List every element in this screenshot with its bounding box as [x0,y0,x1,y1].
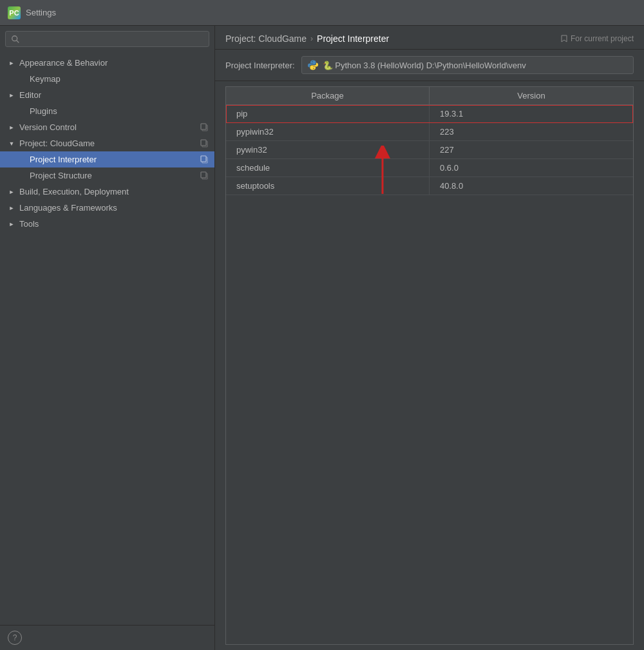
spacer [18,75,26,83]
arrow-icon: ► [8,91,15,99]
table-row[interactable]: schedule 0.6.0 [226,159,633,177]
sidebar-item-label: Project Structure [30,171,196,180]
table-row[interactable]: pypiwin32 223 [226,123,633,141]
sidebar-item-appearance[interactable]: ► Appearance & Behavior [0,55,214,71]
search-box[interactable] [5,31,209,47]
sidebar-item-label: Version Control [19,122,196,132]
package-name: schedule [226,159,430,177]
spacer [18,108,26,115]
interpreter-value: 🐍 Python 3.8 (HelloWorld) D:\Python\Hell… [323,61,628,70]
table-row[interactable]: pywin32 227 [226,141,633,159]
svg-line-1 [17,40,19,43]
sidebar-item-label: Languages & Frameworks [19,203,209,213]
svg-rect-9 [201,156,206,162]
for-current-project-label: For current project [571,34,634,43]
package-version: 227 [430,141,633,158]
package-version: 223 [430,123,633,140]
sidebar-item-version-control[interactable]: ► Version Control [0,119,214,135]
package-name: pip [226,105,430,122]
package-name: pypiwin32 [226,123,430,140]
sidebar-item-label: Project: CloudGame [19,139,196,148]
svg-rect-6 [201,140,206,146]
packages-section: Package Version pip 19.3.1 pypiwin32 223… [215,81,644,650]
col-header-package: Package [226,87,430,104]
sidebar-item-label: Project Interpreter [30,155,196,164]
sidebar-item-keymap[interactable]: Keymap [0,71,214,87]
sidebar-item-tools[interactable]: ► Tools [0,216,214,232]
table-row[interactable]: setuptools 40.8.0 [226,177,633,195]
arrow-icon: ► [8,59,15,67]
sidebar-item-plugins[interactable]: Plugins [0,103,214,119]
sidebar-item-languages-frameworks[interactable]: ► Languages & Frameworks [0,200,214,216]
sidebar-item-build-execution[interactable]: ► Build, Execution, Deployment [0,184,214,200]
svg-point-0 [12,35,17,41]
app-icon: PC [8,6,21,19]
arrow-icon: ► [8,124,15,131]
nav-tree: ► Appearance & Behavior Keymap ► Editor … [0,52,214,625]
package-version: 0.6.0 [430,159,633,177]
window-title: Settings [26,8,56,17]
breadcrumb-project: Project: CloudGame [225,33,307,44]
sidebar-item-label: Tools [19,219,209,229]
packages-table-container: Package Version pip 19.3.1 pypiwin32 223… [225,86,634,645]
breadcrumb: Project: CloudGame › Project Interpreter [225,33,389,44]
copy-icon [200,123,209,132]
main-layout: ► Appearance & Behavior Keymap ► Editor … [0,26,644,650]
sidebar: ► Appearance & Behavior Keymap ► Editor … [0,26,215,650]
arrow-icon: ► [8,188,15,196]
arrow-icon: ► [8,204,15,212]
package-version: 19.3.1 [430,105,633,122]
sidebar-item-label: Keymap [30,74,209,84]
title-bar: PC Settings [0,0,644,26]
sidebar-item-project-cloudgame[interactable]: ▼ Project: CloudGame [0,135,214,151]
search-input[interactable] [24,34,204,44]
spacer [18,156,26,164]
sidebar-item-editor[interactable]: ► Editor [0,87,214,103]
package-name: setuptools [226,177,430,195]
col-header-version: Version [430,87,633,104]
table-row[interactable]: pip 19.3.1 [226,105,633,123]
sidebar-bottom: ? [0,625,214,650]
arrow-icon: ► [8,220,15,228]
interpreter-label: Project Interpreter: [225,61,295,70]
table-body: pip 19.3.1 pypiwin32 223 pywin32 227 sch… [225,104,634,645]
content-area: Project: CloudGame › Project Interpreter… [215,26,644,650]
sidebar-item-label: Appearance & Behavior [19,58,209,68]
help-button[interactable]: ? [8,631,22,645]
search-icon [11,35,20,44]
breadcrumb-bar: Project: CloudGame › Project Interpreter… [215,26,644,50]
breadcrumb-separator: › [310,34,313,43]
sidebar-item-project-interpreter[interactable]: Project Interpreter [0,151,214,167]
table-header: Package Version [225,86,634,104]
svg-rect-3 [201,124,206,129]
svg-rect-12 [201,172,206,178]
copy-icon [200,139,209,148]
sidebar-item-label: Editor [19,90,209,100]
sidebar-item-label: Build, Execution, Deployment [19,187,209,196]
bookmark-icon [560,35,568,43]
breadcrumb-current: Project Interpreter [317,33,389,44]
python-icon [307,59,319,71]
sidebar-item-project-structure[interactable]: Project Structure [0,167,214,184]
sidebar-item-label: Plugins [30,106,209,116]
package-name: pywin32 [226,141,430,158]
spacer [18,172,26,180]
interpreter-dropdown[interactable]: 🐍 Python 3.8 (HelloWorld) D:\Python\Hell… [301,56,634,74]
arrow-icon: ▼ [8,140,15,148]
for-current-project: For current project [560,34,634,43]
interpreter-row: Project Interpreter: 🐍 Python 3.8 (Hello… [215,50,644,81]
copy-icon [200,155,209,164]
copy-icon [200,171,209,180]
package-version: 40.8.0 [430,177,633,195]
